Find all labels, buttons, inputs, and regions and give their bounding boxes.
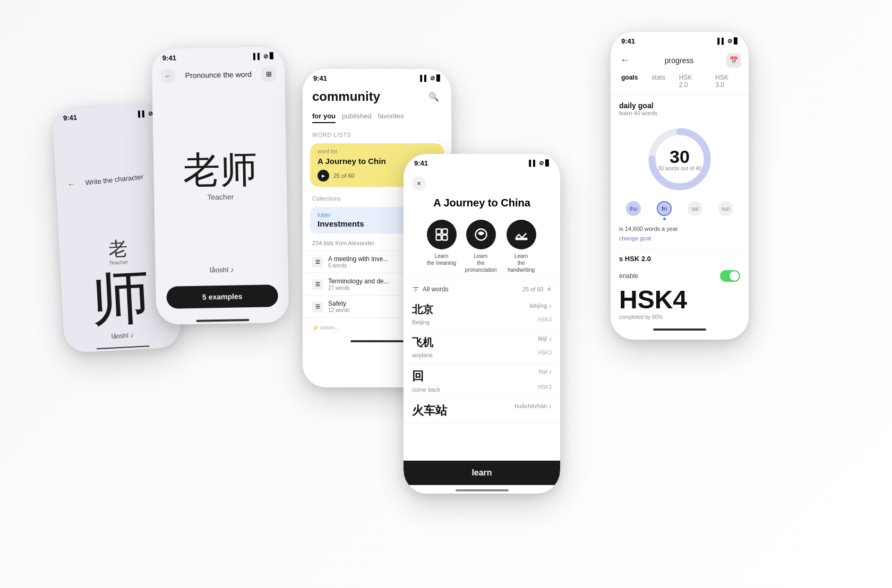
community-title: community xyxy=(312,89,380,104)
learn-handwriting-icon xyxy=(507,220,536,249)
learn-handwriting-label: Learnthe handwriting xyxy=(505,253,537,273)
status-icons-5: ▌▌ ⊘ ▊ xyxy=(717,38,738,45)
grid-icon[interactable]: ⊞ xyxy=(261,66,276,81)
vocab-item-airplane[interactable]: fēijī ♪ 飞机 HSK3 airplane xyxy=(404,331,560,364)
learn-bar[interactable]: learn xyxy=(404,461,560,485)
svg-rect-1 xyxy=(442,229,447,234)
donut-number: 30 xyxy=(658,148,701,166)
learn-meaning-label: Learnthe meaning xyxy=(427,253,456,266)
play-count: 25 of 60 xyxy=(333,172,355,179)
tab-stats[interactable]: stats xyxy=(648,72,668,90)
tab-goals[interactable]: goals xyxy=(618,72,641,90)
hsk-toggle[interactable] xyxy=(720,270,740,282)
status-time-5: 9:41 xyxy=(621,37,635,45)
progress-title: progress xyxy=(632,56,726,65)
learn-meaning-item[interactable]: Learnthe meaning xyxy=(427,220,457,273)
toggle-label: enable xyxy=(619,272,638,280)
vocab-chinese-station: 火车站 xyxy=(412,404,447,417)
hsk4-sub: completed by 50% xyxy=(611,314,749,324)
vocab-list: běijīng ♪ 北京 HSK3 Beijing fēijī ♪ 飞机 HSK… xyxy=(404,298,560,461)
learn-pronunciation-label: Learnthe pronunciation xyxy=(465,253,497,273)
divider-1 xyxy=(611,248,749,248)
filter-row: All words 25 of 60 + xyxy=(404,280,560,298)
pinyin-2: lǎoshī ♪ xyxy=(156,261,289,279)
phone-progress: 9:41 ▌▌ ⊘ ▊ ← progress 📅 goals stats HSK… xyxy=(611,32,749,340)
home-indicator-2 xyxy=(196,319,249,322)
back-button-5[interactable]: ← xyxy=(618,53,632,68)
vocab-english-airplane: airplane xyxy=(412,352,433,358)
vocab-english-beijing: Beijing xyxy=(412,319,430,325)
status-icons-4: ▌▌ ⊘ ▊ xyxy=(529,160,550,167)
status-icons-3: ▌▌ ⊘ ▊ xyxy=(420,75,441,82)
daily-goal-sub: learn 40 words xyxy=(619,110,740,116)
back-button-2[interactable]: ← xyxy=(160,68,175,83)
status-bar-2: 9:41 ▌▌ ⊘ ▊ xyxy=(151,47,285,65)
char-label-2: Teacher xyxy=(207,193,234,202)
add-word-button[interactable]: + xyxy=(547,284,552,294)
community-tabs: for you published favorites xyxy=(303,107,451,126)
svg-rect-5 xyxy=(516,238,527,239)
home-indicator-5 xyxy=(653,328,706,331)
char-big-2: 老师 xyxy=(183,151,258,189)
community-header-row: community 🔍 xyxy=(303,85,451,107)
scene: 9:41 ▌▌ ⊘ ▊ ← Write the character ··· 老 … xyxy=(0,0,892,588)
tab-published[interactable]: published xyxy=(342,110,372,123)
learn-meaning-icon xyxy=(427,220,457,249)
phone-pronounce: 9:41 ▌▌ ⊘ ▊ ← Pronounce the word ⊞ 老师 Te… xyxy=(151,47,289,325)
svg-rect-0 xyxy=(436,229,441,234)
svg-rect-2 xyxy=(436,235,441,240)
vocab-pinyin-station: huǒchēzhàn ♪ xyxy=(515,403,552,410)
hsk-section: s HSK 2.0 xyxy=(611,250,749,267)
day-fri: fri xyxy=(657,201,672,220)
hsk-section-title: s HSK 2.0 xyxy=(619,255,740,263)
learn-pronunciation-item[interactable]: Learnthe pronunciation xyxy=(465,220,497,273)
status-time-1: 9:41 xyxy=(63,114,78,122)
hsk4-label: HSK4 xyxy=(611,285,749,314)
examples-button[interactable]: 5 examples xyxy=(166,284,278,309)
phone-journey-modal: 9:41 ▌▌ ⊘ ▊ × A Journey to China Learnth… xyxy=(404,154,560,494)
bottom-nav-label: ⚡ comm... xyxy=(312,325,339,331)
tab-favorites[interactable]: favorites xyxy=(378,110,404,123)
day-circle-thu: thu xyxy=(626,201,641,216)
home-indicator-3 xyxy=(350,340,404,342)
vocab-hsk-comeback: HSK3 xyxy=(538,384,552,390)
tab-hsk3[interactable]: HSK 3.0 xyxy=(712,72,741,90)
nav-title-2: Pronounce the word xyxy=(185,70,252,80)
learn-button[interactable]: learn xyxy=(471,468,492,477)
tab-for-you[interactable]: for you xyxy=(312,110,336,123)
day-circle-fri: fri xyxy=(657,201,672,216)
status-time-3: 9:41 xyxy=(313,74,327,82)
modal-header: × xyxy=(404,170,560,195)
back-button-1[interactable]: ← xyxy=(63,176,79,192)
status-bar-4: 9:41 ▌▌ ⊘ ▊ xyxy=(404,154,560,170)
vocab-item-beijing[interactable]: běijīng ♪ 北京 HSK3 Beijing xyxy=(404,298,560,331)
list-item-icon-2: ☰ xyxy=(312,279,323,290)
day-sun: sun xyxy=(718,201,733,220)
home-indicator-4 xyxy=(456,489,509,491)
week-row: thu fri sat sun xyxy=(611,198,749,223)
filter-label: All words xyxy=(423,286,449,293)
search-button[interactable]: 🔍 xyxy=(426,89,442,105)
modal-title: A Journey to China xyxy=(404,195,560,215)
vocab-pinyin-airplane: fēijī ♪ xyxy=(538,335,552,342)
change-goal-link[interactable]: change goal xyxy=(611,234,749,246)
learn-icons-row: Learnthe meaning Learnthe pronunciation … xyxy=(404,215,560,280)
day-dot-fri xyxy=(663,218,666,220)
calendar-icon[interactable]: 📅 xyxy=(726,53,741,68)
progress-tabs: goals stats HSK 2.0 HSK 3.0 xyxy=(611,70,749,95)
learn-handwriting-item[interactable]: Learnthe handwriting xyxy=(505,220,537,273)
vocab-hsk-beijing: HSK3 xyxy=(538,317,552,323)
day-sat: sat xyxy=(688,201,702,220)
vocab-pinyin-comeback: huí ♪ xyxy=(539,368,552,375)
play-button[interactable]: ▶ xyxy=(318,170,329,181)
filter-icon xyxy=(412,286,419,293)
close-button[interactable]: × xyxy=(412,177,426,191)
toggle-row: enable xyxy=(611,267,749,285)
vocab-item-comeback[interactable]: huí ♪ 回 HSK3 come back xyxy=(404,364,560,399)
tab-hsk2[interactable]: HSK 2.0 xyxy=(676,72,705,90)
vocab-hsk-airplane: HSK3 xyxy=(538,350,552,356)
home-indicator-1 xyxy=(97,345,150,349)
nav-title-1: Write the character xyxy=(85,172,144,186)
daily-goal-title: daily goal xyxy=(619,101,740,110)
vocab-item-station[interactable]: huǒchēzhàn ♪ 火车站 xyxy=(404,399,560,423)
